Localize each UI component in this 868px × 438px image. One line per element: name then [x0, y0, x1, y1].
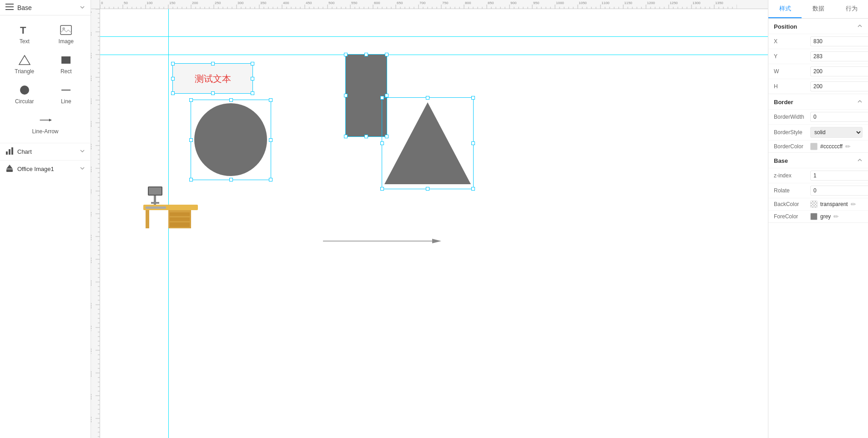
- chart-section[interactable]: Chart: [0, 143, 91, 160]
- base-props-collapse-icon[interactable]: [857, 157, 863, 164]
- border-color-edit-icon[interactable]: ✏: [845, 143, 851, 150]
- image-tool[interactable]: Image: [46, 20, 86, 48]
- svg-rect-311: [170, 222, 190, 227]
- backcolor-edit-icon[interactable]: ✏: [851, 201, 856, 208]
- text-element[interactable]: 测试文本: [173, 64, 252, 93]
- svg-text:1050: 1050: [579, 1, 587, 5]
- rect-tool[interactable]: Rect: [46, 50, 86, 78]
- border-title: Border: [774, 99, 793, 106]
- svg-text:900: 900: [91, 416, 92, 423]
- svg-text:1100: 1100: [601, 1, 610, 5]
- prop-h-input[interactable]: [810, 81, 868, 91]
- svg-text:950: 950: [533, 1, 540, 5]
- base-props-header: Base: [768, 153, 868, 168]
- triangle-tool[interactable]: Triangle: [5, 50, 45, 78]
- border-color-value: #ccccccff: [820, 143, 843, 150]
- ruler-top: 0501001502002503003504004505005506006507…: [100, 0, 768, 9]
- border-style-select[interactable]: solid dashed dotted: [810, 127, 863, 138]
- sidebar-collapse-icon[interactable]: [80, 4, 85, 11]
- prop-w-input[interactable]: [810, 66, 868, 76]
- svg-text:550: 550: [351, 1, 358, 5]
- sidebar-menu-icon: [5, 4, 14, 11]
- zindex-input[interactable]: [810, 171, 868, 181]
- backcolor-swatch[interactable]: [810, 201, 818, 208]
- border-style-label: BorderStyle: [774, 129, 810, 136]
- svg-text:400: 400: [283, 1, 289, 5]
- svg-text:450: 450: [306, 1, 312, 5]
- prop-x-input[interactable]: [810, 36, 868, 46]
- svg-rect-15: [6, 169, 13, 172]
- svg-text:800: 800: [91, 371, 92, 377]
- forecolor-swatch[interactable]: [810, 213, 818, 220]
- svg-text:500: 500: [91, 234, 92, 241]
- line-tool-label: Line: [61, 98, 71, 105]
- base-props-title: Base: [774, 157, 788, 164]
- arrow-svg: [323, 237, 441, 246]
- svg-text:750: 750: [91, 348, 92, 354]
- chart-section-chevron: [80, 148, 85, 155]
- triangle-svg: [382, 98, 473, 189]
- border-collapse-icon[interactable]: [857, 99, 863, 106]
- svg-rect-2: [5, 9, 14, 10]
- svg-text:300: 300: [91, 143, 92, 150]
- tab-behavior[interactable]: 行为: [835, 0, 868, 18]
- border-color-swatch[interactable]: [810, 143, 818, 150]
- svg-text:T: T: [20, 25, 26, 36]
- rect-svg: [346, 55, 387, 136]
- svg-text:250: 250: [91, 121, 92, 127]
- sidebar-base-label: Base: [17, 4, 32, 11]
- right-panel: 样式 数据 行为 Position X px Y px W: [768, 0, 868, 438]
- svg-rect-13: [9, 149, 10, 155]
- sidebar: Base T Text Image: [0, 0, 91, 438]
- svg-marker-319: [432, 239, 441, 243]
- line-arrow-tool-label: Line-Arrow: [32, 128, 58, 135]
- circle-element[interactable]: [191, 100, 271, 180]
- zindex-label: z-index: [774, 172, 810, 179]
- rect-element[interactable]: [346, 55, 387, 136]
- svg-text:850: 850: [488, 1, 494, 5]
- svg-text:1350: 1350: [715, 1, 723, 5]
- forecolor-wrap: grey ✏: [810, 213, 863, 220]
- forecolor-row: ForeColor grey ✏: [768, 210, 868, 222]
- border-style-row: BorderStyle solid dashed dotted: [768, 124, 868, 140]
- line-tool[interactable]: Line: [46, 80, 86, 108]
- line-arrow-tool[interactable]: Line-Arrow: [5, 110, 86, 138]
- backcolor-wrap: transparent ✏: [810, 201, 863, 208]
- border-color-label: BorderColor: [774, 143, 810, 150]
- svg-marker-11: [49, 119, 51, 121]
- triangle-icon: [18, 54, 31, 66]
- border-width-input[interactable]: [810, 112, 868, 122]
- ruler-corner: [91, 0, 100, 9]
- prop-y-row: Y px: [768, 49, 868, 64]
- svg-text:750: 750: [442, 1, 449, 5]
- svg-rect-14: [11, 147, 13, 155]
- canvas-paper[interactable]: 测试文本: [100, 9, 768, 438]
- triangle-tool-label: Triangle: [15, 68, 34, 75]
- canvas-area[interactable]: 0501001502002503003504004505005506006507…: [91, 0, 768, 438]
- svg-text:700: 700: [91, 325, 92, 332]
- text-tool-label: Text: [20, 38, 30, 45]
- rotate-input[interactable]: [810, 186, 868, 196]
- svg-text:100: 100: [91, 52, 92, 59]
- office-image-chevron: [80, 166, 85, 172]
- svg-text:1250: 1250: [670, 1, 678, 5]
- rect-tool-label: Rect: [61, 68, 72, 75]
- prop-y-input[interactable]: [810, 51, 868, 61]
- circular-tool[interactable]: Circular: [5, 80, 45, 108]
- svg-rect-314: [151, 202, 159, 204]
- forecolor-edit-icon[interactable]: ✏: [833, 213, 839, 220]
- circular-icon: [18, 84, 31, 96]
- svg-point-304: [194, 103, 267, 176]
- svg-rect-305: [346, 55, 387, 136]
- tab-style[interactable]: 样式: [768, 0, 802, 18]
- position-title: Position: [774, 23, 797, 30]
- tab-data[interactable]: 数据: [802, 0, 835, 18]
- furniture-element[interactable]: [141, 182, 200, 237]
- triangle-element[interactable]: [382, 98, 473, 189]
- position-collapse-icon[interactable]: [857, 23, 863, 30]
- border-color-row: BorderColor #ccccccff ✏: [768, 140, 868, 152]
- arrow-element[interactable]: [323, 237, 441, 246]
- office-image-section[interactable]: Office Image1: [0, 160, 91, 177]
- text-tool[interactable]: T Text: [5, 20, 45, 48]
- svg-rect-12: [6, 151, 8, 155]
